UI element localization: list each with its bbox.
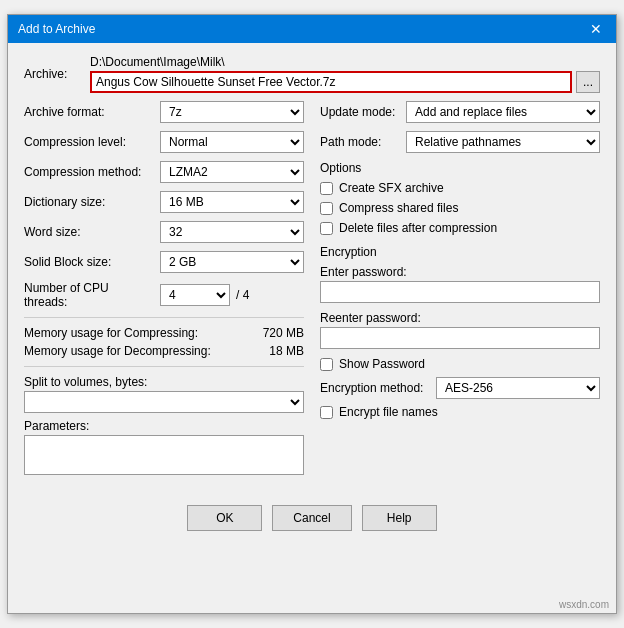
update-mode-label: Update mode: [320, 105, 400, 119]
dictionary-size-label: Dictionary size: [24, 195, 154, 209]
split-select[interactable] [24, 391, 304, 413]
watermark: wsxdn.com [559, 599, 609, 610]
update-mode-select[interactable]: Add and replace files Update and add fil… [406, 101, 600, 123]
path-mode-label: Path mode: [320, 135, 400, 149]
compression-method-select[interactable]: LZMA2LZMAPPMd [160, 161, 304, 183]
archive-label: Archive: [24, 67, 84, 81]
cpu-threads-select[interactable]: 4123 [160, 284, 230, 306]
encryption-method-select[interactable]: AES-256 ZipCrypto [436, 377, 600, 399]
reenter-password-label: Reenter password: [320, 311, 600, 325]
show-password-checkbox[interactable] [320, 358, 333, 371]
cpu-threads-label: Number of CPU threads: [24, 281, 154, 309]
compression-level-select[interactable]: NormalStoreFastMaximum [160, 131, 304, 153]
params-label: Parameters: [24, 419, 304, 433]
compression-method-label: Compression method: [24, 165, 154, 179]
compress-shared-checkbox[interactable] [320, 202, 333, 215]
footer: OK Cancel Help [8, 493, 616, 547]
dictionary-size-select[interactable]: 16 MB8 MB32 MB [160, 191, 304, 213]
create-sfx-label: Create SFX archive [339, 181, 444, 195]
encryption-method-label: Encryption method: [320, 381, 430, 395]
encrypt-names-label: Encrypt file names [339, 405, 438, 419]
cancel-button[interactable]: Cancel [272, 505, 351, 531]
cpu-total: / 4 [236, 288, 249, 302]
archive-format-select[interactable]: 7zziptar [160, 101, 304, 123]
enter-password-label: Enter password: [320, 265, 600, 279]
title-bar: Add to Archive ✕ [8, 15, 616, 43]
params-input[interactable] [24, 435, 304, 475]
solid-block-label: Solid Block size: [24, 255, 154, 269]
delete-after-checkbox[interactable] [320, 222, 333, 235]
mem-compress-label: Memory usage for Compressing: [24, 326, 198, 340]
encrypt-names-checkbox[interactable] [320, 406, 333, 419]
encryption-title: Encryption [320, 245, 600, 259]
split-label: Split to volumes, bytes: [24, 375, 304, 389]
delete-after-label: Delete files after compression [339, 221, 497, 235]
word-size-select[interactable]: 3281664 [160, 221, 304, 243]
browse-button[interactable]: ... [576, 71, 600, 93]
enter-password-input[interactable] [320, 281, 600, 303]
reenter-password-input[interactable] [320, 327, 600, 349]
close-button[interactable]: ✕ [586, 21, 606, 37]
show-password-label: Show Password [339, 357, 425, 371]
solid-block-select[interactable]: 2 GB1 GBNon-solid [160, 251, 304, 273]
ok-button[interactable]: OK [187, 505, 262, 531]
compression-level-label: Compression level: [24, 135, 154, 149]
mem-decompress-label: Memory usage for Decompressing: [24, 344, 211, 358]
archive-filename-input[interactable] [90, 71, 572, 93]
mem-decompress-value: 18 MB [269, 344, 304, 358]
archive-path: D:\Document\Image\Milk\ [90, 55, 600, 69]
dialog-title: Add to Archive [18, 22, 95, 36]
word-size-label: Word size: [24, 225, 154, 239]
compress-shared-label: Compress shared files [339, 201, 458, 215]
archive-format-label: Archive format: [24, 105, 154, 119]
help-button[interactable]: Help [362, 505, 437, 531]
create-sfx-checkbox[interactable] [320, 182, 333, 195]
options-title: Options [320, 161, 600, 175]
path-mode-select[interactable]: Relative pathnames Full pathnames Absolu… [406, 131, 600, 153]
mem-compress-value: 720 MB [263, 326, 304, 340]
